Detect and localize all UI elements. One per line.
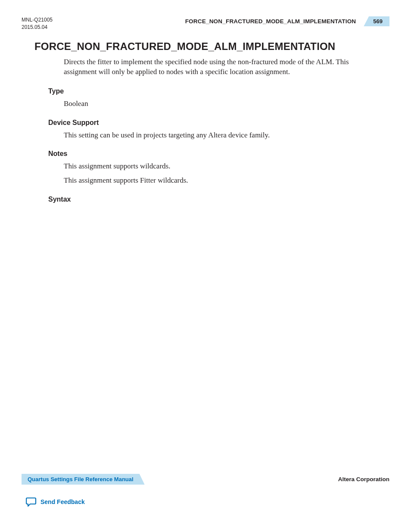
section-body-device-support: This setting can be used in projects tar… [64,130,374,141]
doc-id: MNL-Q21005 [22,16,53,24]
type-value: Boolean [64,99,374,109]
notes-line-1: This assignment supports wildcards. [64,161,374,172]
send-feedback-link[interactable]: Send Feedback [26,497,389,507]
page-header: MNL-Q21005 2015.05.04 FORCE_NON_FRACTURE… [22,16,389,31]
section-heading-notes: Notes [48,150,389,158]
page-title: FORCE_NON_FRACTURED_MODE_ALM_IMPLEMENTAT… [34,40,389,53]
section-heading-device-support: Device Support [48,119,389,127]
section-body-notes: This assignment supports wildcards. This… [64,161,374,186]
intro-paragraph: Directs the fitter to implement the spec… [64,57,374,78]
company-name: Altera Corporation [338,476,389,482]
manual-title-link[interactable]: Quartus Settings File Reference Manual [22,474,145,485]
page-footer: Quartus Settings File Reference Manual A… [22,474,389,507]
device-support-text: This setting can be used in projects tar… [64,130,374,141]
running-title: FORCE_NON_FRACTURED_MODE_ALM_IMPLEMENTAT… [185,18,356,25]
doc-date: 2015.05.04 [22,24,53,31]
section-heading-type: Type [48,87,389,95]
speech-bubble-icon [26,497,37,507]
section-body-type: Boolean [64,99,374,109]
footer-bar: Quartus Settings File Reference Manual A… [22,474,389,485]
header-left: MNL-Q21005 2015.05.04 [22,16,53,31]
notes-line-2: This assignment supports Fitter wildcard… [64,175,374,186]
header-right: FORCE_NON_FRACTURED_MODE_ALM_IMPLEMENTAT… [185,16,389,26]
page-number: 569 [364,16,389,26]
feedback-label: Send Feedback [40,498,85,505]
section-heading-syntax: Syntax [48,196,389,203]
